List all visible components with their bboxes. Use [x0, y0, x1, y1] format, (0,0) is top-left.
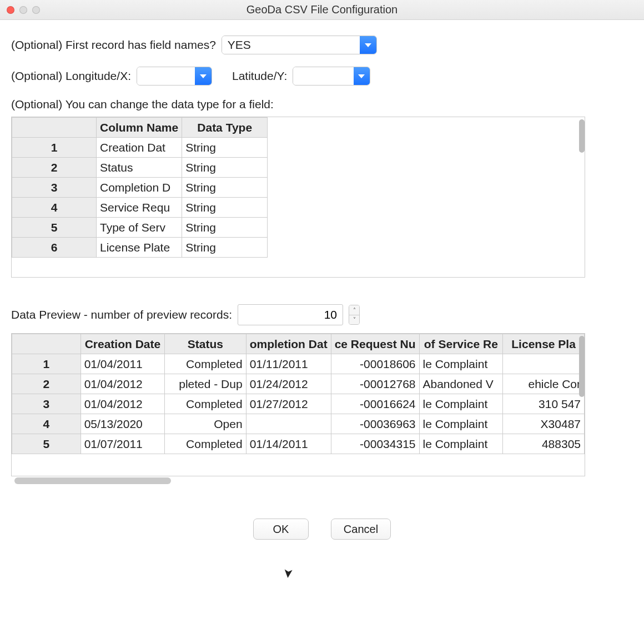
table-row[interactable]: 6License PlateString — [12, 238, 268, 258]
cell[interactable]: -00034315 — [331, 434, 419, 454]
preview-count-stepper[interactable]: ˄ ˅ — [349, 305, 360, 325]
cell[interactable]: 01/24/2012 — [246, 374, 331, 394]
column-name-cell[interactable]: Service Requ — [97, 198, 182, 218]
table-row[interactable]: 4Service RequString — [12, 198, 268, 218]
table-row[interactable]: 3Completion DString — [12, 178, 268, 198]
field-names-dropdown[interactable]: YES — [222, 36, 377, 54]
minimize-window-button[interactable] — [19, 6, 27, 14]
stepper-down-icon[interactable]: ˅ — [349, 315, 359, 325]
field-names-label: (Optional) First record has field names? — [11, 38, 216, 52]
cell[interactable]: 488305 — [503, 434, 585, 454]
stepper-up-icon[interactable]: ˄ — [349, 305, 359, 315]
datatype-header-name: Column Name — [97, 118, 182, 138]
cancel-button[interactable]: Cancel — [331, 519, 391, 540]
column-name-cell[interactable]: Status — [97, 158, 182, 178]
table-row[interactable]: 2StatusString — [12, 158, 268, 178]
column-name-cell[interactable]: Completion D — [97, 178, 182, 198]
datatype-header-blank — [12, 118, 97, 138]
cell[interactable]: ehicle Cor — [503, 374, 585, 394]
latitude-dropdown[interactable] — [293, 67, 370, 85]
table-row[interactable]: 5Type of ServString — [12, 218, 268, 238]
vertical-scrollbar[interactable] — [579, 119, 585, 153]
cell[interactable] — [246, 414, 331, 434]
row-number: 6 — [12, 238, 97, 258]
column-name-cell[interactable]: Creation Dat — [97, 138, 182, 158]
cell[interactable]: Completed — [165, 354, 246, 374]
preview-table[interactable]: Creation Date Status ompletion Dat ce Re… — [11, 333, 585, 476]
data-type-cell[interactable]: String — [182, 158, 268, 178]
chevron-down-icon[interactable] — [195, 67, 211, 85]
preview-header-creation: Creation Date — [80, 334, 164, 354]
preview-header-license: License Pla — [503, 334, 585, 354]
window-title: GeoDa CSV File Configuration — [0, 3, 644, 16]
preview-header-status: Status — [165, 334, 246, 354]
cell[interactable]: Open — [165, 414, 246, 434]
cell[interactable]: 01/11/2011 — [246, 354, 331, 374]
cell[interactable]: -00036963 — [331, 414, 419, 434]
mouse-cursor-icon: ➤ — [280, 568, 295, 579]
chevron-down-icon[interactable] — [360, 36, 376, 54]
zoom-window-button[interactable] — [32, 6, 40, 14]
row-number: 5 — [12, 434, 81, 454]
cell[interactable]: 01/14/2011 — [246, 434, 331, 454]
table-row[interactable]: 501/07/2011Completed01/14/2011-00034315l… — [12, 434, 585, 454]
data-type-cell[interactable]: String — [182, 218, 268, 238]
cell[interactable]: 01/07/2011 — [80, 434, 164, 454]
cell[interactable]: 01/04/2012 — [80, 374, 164, 394]
cell[interactable]: le Complaint — [419, 354, 503, 374]
row-number: 1 — [12, 354, 81, 374]
vertical-scrollbar[interactable] — [579, 336, 585, 397]
cell[interactable]: 01/27/2012 — [246, 394, 331, 414]
cell[interactable]: pleted - Dup — [165, 374, 246, 394]
cell[interactable]: -00016624 — [331, 394, 419, 414]
row-number: 5 — [12, 218, 97, 238]
latitude-value — [293, 67, 354, 85]
datatype-header-type: Data Type — [182, 118, 268, 138]
data-type-cell[interactable]: String — [182, 178, 268, 198]
row-number: 2 — [12, 374, 81, 394]
cell[interactable] — [503, 354, 585, 374]
cell[interactable]: 01/04/2012 — [80, 394, 164, 414]
preview-header-service: of Service Re — [419, 334, 503, 354]
ok-button[interactable]: OK — [253, 519, 309, 540]
row-number: 1 — [12, 138, 97, 158]
cell[interactable]: -00012768 — [331, 374, 419, 394]
cell[interactable]: Completed — [165, 434, 246, 454]
preview-count-input[interactable] — [238, 304, 343, 325]
longitude-dropdown[interactable] — [137, 67, 212, 85]
longitude-value — [137, 67, 195, 85]
data-type-cell[interactable]: String — [182, 138, 268, 158]
chevron-down-icon[interactable] — [354, 67, 370, 85]
cell[interactable]: 05/13/2020 — [80, 414, 164, 434]
longitude-label: (Optional) Longitude/X: — [11, 69, 131, 83]
table-row[interactable]: 301/04/2012Completed01/27/2012-00016624l… — [12, 394, 585, 414]
preview-label: Data Preview - number of preview records… — [11, 308, 232, 321]
cell[interactable]: le Complaint — [419, 434, 503, 454]
row-number: 3 — [12, 178, 97, 198]
cell[interactable]: Completed — [165, 394, 246, 414]
row-number: 4 — [12, 198, 97, 218]
close-window-button[interactable] — [7, 6, 14, 14]
cell[interactable]: 310 547 — [503, 394, 585, 414]
data-type-cell[interactable]: String — [182, 238, 268, 258]
row-number: 2 — [12, 158, 97, 178]
cell[interactable]: -00018606 — [331, 354, 419, 374]
cell[interactable]: le Complaint — [419, 394, 503, 414]
table-row[interactable]: 201/04/2012pleted - Dup01/24/2012-000127… — [12, 374, 585, 394]
table-row[interactable]: 1Creation DatString — [12, 138, 268, 158]
cell[interactable]: X30487 — [503, 414, 585, 434]
horizontal-scrollbar[interactable] — [11, 477, 627, 485]
table-row[interactable]: 405/13/2020Open-00036963le ComplaintX304… — [12, 414, 585, 434]
column-name-cell[interactable]: Type of Serv — [97, 218, 182, 238]
latitude-label: Latitude/Y: — [232, 69, 287, 83]
cell[interactable]: 01/04/2011 — [80, 354, 164, 374]
data-type-cell[interactable]: String — [182, 198, 268, 218]
table-row[interactable]: 101/04/2011Completed01/11/2011-00018606l… — [12, 354, 585, 374]
titlebar: GeoDa CSV File Configuration — [0, 0, 644, 20]
datatype-table[interactable]: Column Name Data Type 1Creation DatStrin… — [11, 117, 585, 278]
column-name-cell[interactable]: License Plate — [97, 238, 182, 258]
cell[interactable]: le Complaint — [419, 414, 503, 434]
preview-header-completion: ompletion Dat — [246, 334, 331, 354]
cell[interactable]: Abandoned V — [419, 374, 503, 394]
field-names-value: YES — [222, 36, 360, 54]
